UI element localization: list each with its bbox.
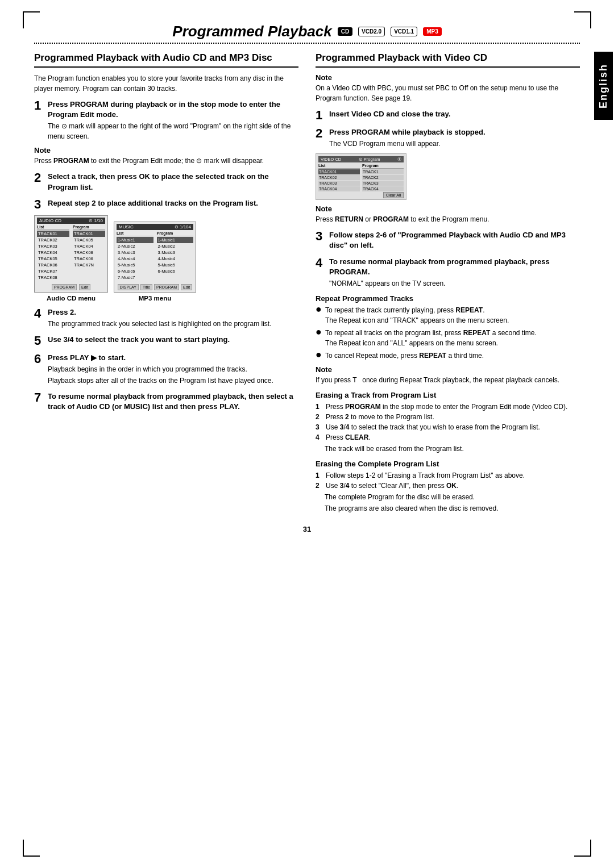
step-3-num: 3 bbox=[34, 198, 44, 211]
mp3-program-title: Program bbox=[157, 231, 194, 236]
step-4-body: The programmed track you selected last i… bbox=[48, 319, 298, 329]
audio-cd-row-4: TRACK04 bbox=[37, 249, 69, 256]
erase-track-step-4-text: Press CLEAR. bbox=[326, 432, 371, 443]
mp3-prog-5: 5-Music5 bbox=[157, 262, 194, 268]
right-step-4-title: To resume normal playback from programme… bbox=[329, 257, 580, 277]
audio-cd-row-1: TRACK01 bbox=[37, 231, 69, 237]
page-number: 31 bbox=[34, 525, 580, 533]
mp3-screen-title: MUSIC ⊙ 1/104 bbox=[117, 224, 193, 230]
mp3-menu-label: MP3 menu bbox=[139, 295, 172, 302]
mp3-list-col: List 1-Music1 2-Music2 3-Music3 4-Music4… bbox=[117, 231, 154, 281]
badge-cd: CD bbox=[338, 27, 352, 36]
right-note-1: Note On a Video CD with PBC, you must se… bbox=[316, 73, 580, 103]
right-step-4: 4 To resume normal playback from program… bbox=[316, 257, 580, 289]
mp3-row-2: 2-Music2 bbox=[117, 243, 154, 249]
left-note-1: Note Press PROGRAM to exit the Program E… bbox=[34, 146, 298, 166]
step-5-num: 5 bbox=[34, 335, 44, 347]
right-step-2-body: The VCD Program menu will appear. bbox=[329, 139, 580, 149]
left-step-6: 6 Press PLAY ▶ to start. Playback begins… bbox=[34, 353, 298, 386]
repeat-bullet-1: ● To repeat the track currently playing,… bbox=[316, 305, 580, 326]
mp3-prog-1: 1-Music1 bbox=[157, 237, 194, 243]
mp3-menu-container: MUSIC ⊙ 1/104 List 1-Music1 2-Music2 3-M… bbox=[114, 222, 196, 302]
mp3-row-3: 3-Music3 bbox=[117, 249, 154, 256]
audio-cd-prog-1: TRACK01 bbox=[73, 231, 105, 237]
step-5-content: Use 3/4 to select the track you want to … bbox=[48, 335, 298, 345]
audio-cd-prog-5: TRACK06 bbox=[73, 256, 105, 262]
audio-cd-program-col: Program TRACK01 TRACK05 TRACK04 TRACK08 … bbox=[73, 225, 105, 281]
mp3-prog-6: 6-Music6 bbox=[157, 268, 194, 274]
step-6-content: Press PLAY ▶ to start. Playback begins i… bbox=[48, 353, 298, 386]
right-note-3-label: Note bbox=[316, 365, 580, 374]
bullet-dot-3: ● bbox=[316, 349, 322, 361]
right-step-2-title: Press PROGRAM while playback is stopped. bbox=[329, 127, 580, 137]
left-section-heading: Programmed Playback with Audio CD and MP… bbox=[34, 52, 298, 68]
erase-track-after: The track will be erased from the Progra… bbox=[325, 444, 580, 454]
audio-cd-list-col: List TRACK01 TRACK02 TRACK03 TRACK04 TRA… bbox=[37, 225, 69, 281]
right-note-2-label: Note bbox=[316, 205, 580, 213]
left-step-7: 7 To resume normal playback from program… bbox=[34, 391, 298, 412]
audio-cd-edit-btn: Edit bbox=[79, 284, 90, 290]
right-step-3-title: Follow steps 2-6 of "Programmed Playback… bbox=[329, 230, 580, 251]
left-note-1-label: Note bbox=[34, 146, 298, 155]
badge-vcd11: VCD1.1 bbox=[391, 27, 417, 36]
vcd-prog-row-1: TRACK1 bbox=[362, 169, 404, 174]
step-3-content: Repeat step 2 to place additional tracks… bbox=[48, 198, 298, 208]
mp3-row-5: 5-Music5 bbox=[117, 262, 154, 268]
erase-track-step-3-num: 3 bbox=[316, 422, 323, 432]
vcd-screen-header: VIDEO CD ⊙ Program ① bbox=[318, 156, 404, 162]
erase-track-step-1-text: Press PROGRAM in the stop mode to enter … bbox=[326, 402, 567, 412]
erase-track-step-3: 3 Use 3/4 to select the track that you w… bbox=[316, 422, 580, 432]
left-intro: The Program function enables you to stor… bbox=[34, 73, 298, 94]
erase-track-step-1: 1 Press PROGRAM in the stop mode to ente… bbox=[316, 402, 580, 412]
audio-cd-prog-6: TRACK7N bbox=[73, 262, 105, 268]
erase-track-list: 1 Press PROGRAM in the stop mode to ente… bbox=[316, 402, 580, 443]
erase-complete-step-2: 2 Use 3/4 to select "Clear All", then pr… bbox=[316, 481, 580, 491]
right-note-1-text: On a Video CD with PBC, you must set PBC… bbox=[316, 83, 580, 103]
right-note-2: Note Press RETURN or PROGRAM to exit the… bbox=[316, 205, 580, 224]
right-step-1: 1 Insert Video CD and close the tray. bbox=[316, 109, 580, 122]
vcd-prog-row-4: TRACK4 bbox=[362, 186, 404, 191]
audio-cd-program-btn: PROGRAM bbox=[52, 284, 77, 290]
step-2-num: 2 bbox=[34, 172, 44, 184]
audio-cd-prog-3: TRACK04 bbox=[73, 243, 105, 249]
right-step-3: 3 Follow steps 2-6 of "Programmed Playba… bbox=[316, 230, 580, 251]
repeat-bullet-3-text: To cancel Repeat mode, press REPEAT a th… bbox=[325, 350, 484, 361]
step-3-title: Repeat step 2 to place additional tracks… bbox=[48, 198, 298, 208]
right-step-2-content: Press PROGRAM while playback is stopped.… bbox=[329, 127, 580, 149]
vcd-list-row-2: TRACK02 bbox=[318, 175, 360, 180]
right-step-3-num: 3 bbox=[316, 230, 326, 243]
vcd-list-col: List TRACK01 TRACK02 TRACK03 TRACK04 bbox=[318, 164, 360, 192]
step-1-title: Press PROGRAM during playback or in the … bbox=[48, 99, 298, 120]
audio-cd-row-8: TRACK08 bbox=[37, 274, 69, 281]
bullet-dot-2: ● bbox=[316, 327, 322, 348]
mp3-display-btn: DISPLAY bbox=[118, 284, 139, 290]
erase-track-step-4: 4 Press CLEAR. bbox=[316, 432, 580, 443]
step-7-num: 7 bbox=[34, 391, 44, 404]
right-step-1-content: Insert Video CD and close the tray. bbox=[329, 109, 580, 119]
right-column: English Programmed Playback with Video C… bbox=[316, 52, 580, 514]
audio-cd-row-3: TRACK03 bbox=[37, 243, 69, 249]
erase-track-title: Erasing a Track from Program List bbox=[316, 391, 580, 399]
erase-track-step-1-num: 1 bbox=[316, 402, 323, 412]
page-title-bar: Programmed Playback CD VCD2.0 VCD1.1 MP3 bbox=[34, 23, 580, 40]
audio-cd-screen-title: AUDIO CD ⊙ 1/10 bbox=[37, 218, 105, 224]
right-note-3: Note If you press T once during Repeat T… bbox=[316, 365, 580, 385]
mp3-prog-3: 3-Music3 bbox=[157, 249, 194, 256]
vcd-list-row-1: TRACK01 bbox=[318, 169, 360, 174]
audio-cd-cols: List TRACK01 TRACK02 TRACK03 TRACK04 TRA… bbox=[37, 225, 105, 281]
right-step-1-num: 1 bbox=[316, 109, 326, 122]
erase-complete-step-1-text: Follow steps 1-2 of "Erasing a Track fro… bbox=[326, 470, 525, 481]
left-step-1: 1 Press PROGRAM during playback or in th… bbox=[34, 99, 298, 141]
right-step-4-content: To resume normal playback from programme… bbox=[329, 257, 580, 289]
repeat-section-title: Repeat Programmed Tracks bbox=[316, 294, 580, 303]
mp3-program-col: Program 1-Music1 2-Music2 3-Music3 4-Mus… bbox=[157, 231, 194, 281]
repeat-bullet-list: ● To repeat the track currently playing,… bbox=[316, 305, 580, 361]
repeat-bullet-2: ● To repeat all tracks on the program li… bbox=[316, 328, 580, 348]
step-6-title: Press PLAY ▶ to start. bbox=[48, 353, 298, 363]
mp3-title-btn: Title bbox=[140, 284, 152, 290]
erase-track-step-4-num: 4 bbox=[316, 432, 323, 443]
right-step-2-num: 2 bbox=[316, 127, 326, 140]
vcd-list-row-4: TRACK04 bbox=[318, 186, 360, 191]
left-column: Programmed Playback with Audio CD and MP… bbox=[34, 52, 298, 514]
audio-cd-row-6: TRACK06 bbox=[37, 262, 69, 268]
